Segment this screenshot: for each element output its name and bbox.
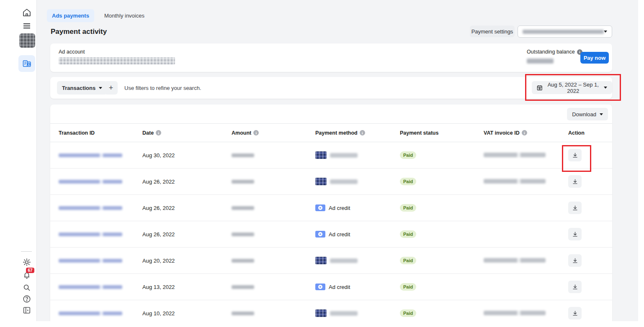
chevron-down-icon <box>604 31 607 33</box>
column-header-action: Action <box>568 130 612 136</box>
redacted-card-icon <box>315 178 327 185</box>
payment-method-label: Ad credit <box>329 205 350 211</box>
table-row: Aug 30, 2022 Paid <box>50 142 612 169</box>
status-badge: Paid <box>400 283 416 291</box>
table-row: Aug 13, 2022 Ad credit Paid <box>50 274 612 300</box>
download-icon <box>572 231 578 238</box>
info-icon[interactable] <box>156 130 161 135</box>
ad-account-card: Ad account Outstanding balance Pay now <box>50 43 612 72</box>
redacted-amount <box>232 285 254 289</box>
avatar[interactable] <box>19 33 35 48</box>
transaction-date: Aug 26, 2022 <box>142 179 232 185</box>
info-icon[interactable] <box>253 130 259 135</box>
page-title: Payment activity <box>51 28 107 36</box>
status-badge: Paid <box>400 204 416 212</box>
table-header-row: Transaction ID Date Amount Payment metho… <box>50 124 612 142</box>
chevron-down-icon <box>600 113 603 115</box>
redacted-card-icon <box>315 257 327 264</box>
redacted-transaction-id-link[interactable] <box>59 206 122 210</box>
column-header-payment-status: Payment status <box>400 130 484 136</box>
redacted-account-selector-value <box>523 30 604 34</box>
collapse-panel-icon[interactable] <box>21 304 33 316</box>
redacted-vat-invoice-id <box>484 153 546 157</box>
home-icon[interactable] <box>21 7 33 18</box>
transaction-date: Aug 13, 2022 <box>142 284 232 290</box>
download-icon <box>572 258 578 264</box>
redacted-transaction-id-link[interactable] <box>59 312 122 315</box>
redacted-transaction-id-link[interactable] <box>59 232 122 236</box>
download-icon <box>572 205 578 211</box>
viewport-bottom-edge <box>0 321 644 327</box>
download-icon <box>572 284 578 290</box>
download-invoice-button[interactable] <box>568 228 582 240</box>
redacted-transaction-id-link[interactable] <box>59 285 122 289</box>
redacted-card-label <box>330 258 358 263</box>
download-invoice-button[interactable] <box>568 202 582 214</box>
divider <box>21 251 32 252</box>
table-toolbar: Download <box>50 105 612 124</box>
download-invoice-button[interactable] <box>568 281 582 293</box>
info-icon[interactable] <box>360 130 365 135</box>
transaction-date: Aug 20, 2022 <box>142 258 232 264</box>
add-filter-button[interactable]: + <box>104 81 118 95</box>
payment-settings-button[interactable]: Payment settings <box>470 26 515 37</box>
transaction-date: Aug 10, 2022 <box>142 310 232 317</box>
redacted-amount <box>232 232 254 236</box>
column-header-vat-invoice-id: VAT invoice ID <box>484 130 568 136</box>
ad-credit-icon <box>315 204 325 211</box>
search-icon[interactable] <box>21 282 33 294</box>
billing-icon[interactable] <box>18 55 35 72</box>
ad-account-label: Ad account <box>59 49 85 55</box>
download-invoice-button[interactable] <box>568 307 582 319</box>
redacted-card-icon <box>315 151 327 159</box>
status-badge: Paid <box>400 257 416 264</box>
table-row: Aug 26, 2022 Paid <box>50 169 612 195</box>
download-invoice-button[interactable] <box>568 175 582 188</box>
redacted-amount <box>232 312 254 315</box>
redacted-card-label <box>330 153 358 158</box>
redacted-transaction-id-link[interactable] <box>59 259 122 263</box>
redacted-transaction-id-link[interactable] <box>59 180 122 184</box>
menu-icon[interactable] <box>21 20 33 32</box>
date-range-picker[interactable]: Aug 5, 2022 – Sep 1, 2022 <box>532 81 612 94</box>
chevron-down-icon <box>99 87 102 89</box>
download-invoice-button[interactable] <box>568 149 582 161</box>
info-icon[interactable] <box>522 130 527 135</box>
download-dropdown[interactable]: Download <box>567 108 608 120</box>
redacted-vat-invoice-id <box>484 311 546 315</box>
sidebar: 67 <box>0 0 37 327</box>
tab-ads-payments[interactable]: Ads payments <box>47 9 94 22</box>
redacted-amount <box>232 206 254 210</box>
redacted-amount <box>232 259 254 263</box>
column-header-payment-method: Payment method <box>315 130 400 136</box>
redacted-card-label <box>330 311 358 316</box>
calendar-icon <box>537 84 543 91</box>
redacted-card-icon <box>315 309 327 317</box>
download-invoice-button[interactable] <box>568 254 582 267</box>
column-header-amount: Amount <box>232 130 315 136</box>
settings-gear-icon[interactable] <box>21 256 33 268</box>
filters-card: Transactions + Use filters to refine you… <box>50 77 612 99</box>
redacted-amount <box>232 153 254 157</box>
redacted-ad-account-name <box>59 57 175 64</box>
table-row: Aug 20, 2022 Paid <box>50 248 612 274</box>
tab-monthly-invoices[interactable]: Monthly invoices <box>99 9 149 22</box>
help-icon[interactable] <box>21 293 33 305</box>
download-icon <box>572 152 578 158</box>
status-badge: Paid <box>400 230 416 238</box>
transaction-date: Aug 26, 2022 <box>142 205 232 211</box>
redacted-transaction-id-link[interactable] <box>59 153 122 157</box>
redacted-card-label <box>330 179 358 184</box>
transactions-table-card: Download Transaction ID Date Amount Paym… <box>50 105 612 327</box>
download-icon <box>572 310 578 317</box>
status-badge: Paid <box>400 178 416 185</box>
table-row: Aug 26, 2022 Ad credit Paid <box>50 195 612 221</box>
transactions-dropdown-label: Transactions <box>62 85 95 91</box>
transactions-dropdown[interactable]: Transactions <box>57 81 107 95</box>
payments-tabs: Ads payments Monthly invoices <box>47 9 149 22</box>
status-badge: Paid <box>400 151 416 159</box>
date-range-label: Aug 5, 2022 – Sep 1, 2022 <box>546 82 601 94</box>
pay-now-button[interactable]: Pay now <box>580 52 609 64</box>
column-header-date: Date <box>142 130 232 136</box>
account-selector[interactable] <box>518 26 612 38</box>
